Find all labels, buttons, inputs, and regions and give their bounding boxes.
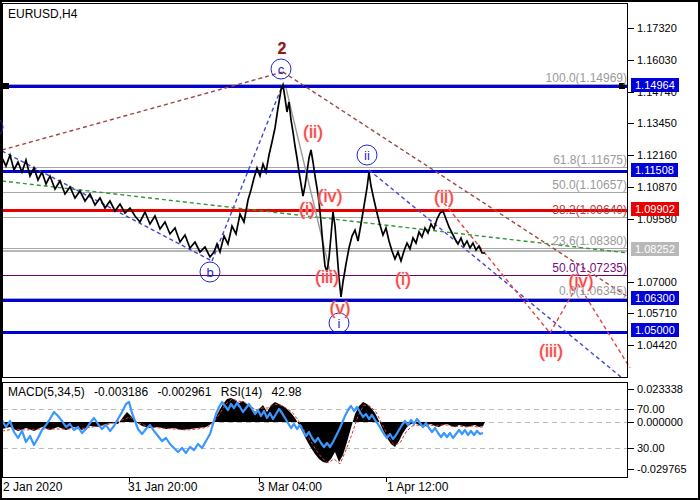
wave-label[interactable]: (ii) [434,187,454,208]
wave-label[interactable]: c [271,59,292,80]
price-tick-label: 1.16030 [637,54,677,66]
price-tick-label: 1.13450 [637,117,677,129]
trading-chart-window: EURUSD,H4 MACD(5,34,5) -0.003186 -0.0029… [0,0,700,500]
indicator-tick-label: 0.000000 [637,416,683,428]
price-tick-label: 1.04420 [637,339,677,351]
time-label: 1 Apr 12:00 [387,480,448,494]
fib-level-label: 61.8(1.11675) [553,153,627,167]
wave-label[interactable]: 2 [278,40,287,58]
macd-signal-value: -0.002961 [157,385,211,399]
wave-label[interactable]: b [200,262,221,283]
wave-label[interactable]: (iv) [318,186,343,207]
fib-level-label: 100.0(1.14969) [546,71,627,85]
price-tick-label: 1.17320 [637,22,677,34]
fib-level-label: 38.2(1.09640) [552,203,627,217]
indicator-tick-label: 70.00 [637,403,665,415]
macd-main-value: -0.003186 [94,385,148,399]
price-tick-label: 1.05710 [637,307,677,319]
wave-label[interactable]: (v) [330,298,351,319]
wave-label[interactable]: (iii) [315,267,339,288]
price-level-badge: 1.09902 [631,202,679,216]
wave-label[interactable]: (ii) [303,122,323,143]
rsi-value: 42.98 [272,385,302,399]
indicator-header: MACD(5,34,5) -0.003186 -0.002961 RSI(14)… [8,385,308,399]
time-label: 3 Mar 04:00 [258,480,322,494]
price-level-badge: 1.05000 [631,323,679,337]
fib-level-label: 23.6(1.08380) [552,234,627,248]
price-tick-label: 1.10870 [637,181,677,193]
price-tick-label: 1.12160 [637,149,677,161]
fib-level-label: 50.0(1.10657) [552,178,627,192]
indicator-tick-label: 30.00 [637,442,665,454]
price-level-badge: 1.06300 [631,291,679,305]
price-tick-label: 1.07000 [637,276,677,288]
price-level-badge: 1.14964 [631,78,679,92]
time-label: 2 Jan 2020 [3,480,62,494]
chart-symbol-label: EURUSD,H4 [8,7,77,21]
indicator-tick-label: 0.023338 [637,383,683,395]
wave-label[interactable]: (iii) [539,341,563,362]
wave-label[interactable]: (i) [299,199,315,220]
indicator-tick-label: -0.029765 [637,463,687,475]
macd-name-label: MACD(5,34,5) [8,385,85,399]
price-level-badge: 1.08252 [631,242,679,256]
price-level-badge: 1.11508 [631,163,678,177]
wave-label[interactable]: (i) [395,269,411,290]
wave-label[interactable]: ii [357,145,378,166]
wave-label[interactable]: (iv) [569,271,594,292]
rsi-name-label: RSI(14) [221,385,262,399]
time-label: 31 Jan 20:00 [128,480,197,494]
